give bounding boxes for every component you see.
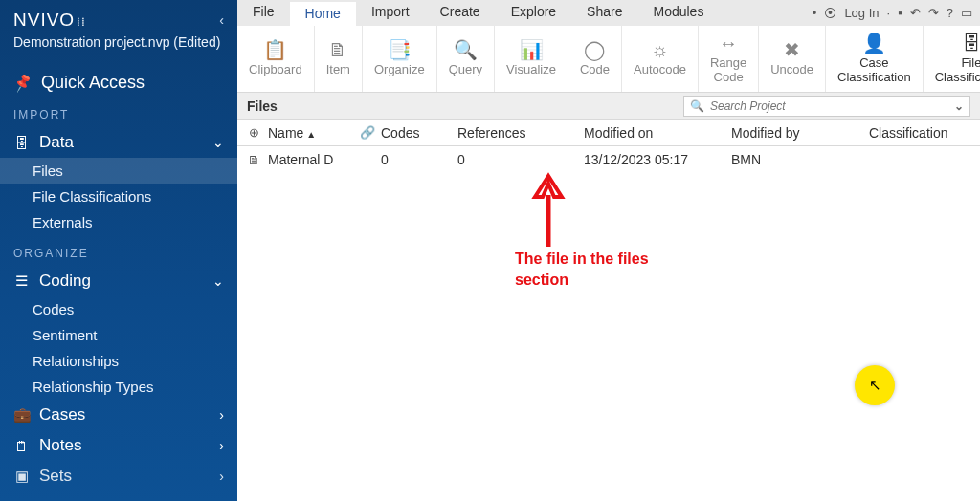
table-row[interactable]: 🗎 Maternal D 0 0 13/12/2023 05:17 BMN (237, 146, 980, 173)
chevron-down-icon: ⌄ (212, 135, 224, 150)
sidebar-item-relationships[interactable]: Relationships (0, 348, 237, 374)
case-classification-icon: 👤 (862, 32, 886, 54)
ribbon-organize[interactable]: 📑Organize (363, 26, 437, 92)
redo-icon[interactable]: ↷ (928, 6, 939, 20)
tab-import[interactable]: Import (356, 0, 425, 26)
ribbon-autocode[interactable]: ☼Autocode (622, 26, 699, 92)
file-classification-icon: 🗄 (962, 32, 980, 54)
collapse-sidebar-icon[interactable]: ‹ (219, 12, 224, 28)
uncode-icon: ✖ (784, 38, 800, 61)
sidebar: NVIVO⁞⁞ ‹ Demonstration project.nvp (Edi… (0, 0, 237, 501)
sidebar-item-codes[interactable]: Codes (0, 296, 237, 322)
cursor-highlight: ↖ (855, 365, 895, 405)
col-header-name[interactable]: Name▲ (264, 125, 356, 141)
search-options-icon[interactable]: ⌄ (954, 99, 964, 113)
quick-access-button[interactable]: 📌 Quick Access (0, 63, 237, 108)
col-header-codes[interactable]: Codes (377, 125, 454, 141)
range-code-icon: ↔ (719, 32, 738, 54)
visualize-icon: 📊 (520, 38, 544, 61)
cell-codes: 0 (377, 152, 454, 167)
ribbon-range-code[interactable]: ↔Range Code (699, 26, 759, 92)
tab-create[interactable]: Create (425, 0, 496, 26)
cursor-icon: ↖ (869, 377, 881, 394)
cloud-icon[interactable]: • (813, 6, 817, 20)
tab-modules[interactable]: Modules (637, 0, 719, 26)
sidebar-item-relationship-types[interactable]: Relationship Types (0, 374, 237, 400)
tab-file[interactable]: File (237, 0, 290, 26)
section-caption-import: IMPORT (0, 108, 237, 127)
brand-suffix-icon: ⁞⁞ (77, 15, 86, 29)
tab-home[interactable]: Home (290, 0, 356, 26)
section-caption-organize: ORGANIZE (0, 247, 237, 266)
col-header-modified-by[interactable]: Modified by (727, 125, 865, 141)
nav-group-data[interactable]: 🗄Data ⌄ (0, 127, 237, 158)
sort-asc-icon: ▲ (306, 129, 316, 140)
nav-group-data-label: Data (39, 133, 74, 152)
cell-references: 0 (454, 152, 580, 167)
chevron-right-icon: › (219, 438, 224, 453)
file-icon: 🗎 (243, 153, 264, 167)
chevron-right-icon: › (219, 468, 224, 484)
pin-icon: 📌 (11, 72, 33, 93)
nav-group-notes[interactable]: 🗒Notes › (0, 430, 237, 461)
ribbon-uncode[interactable]: ✖Uncode (759, 26, 826, 92)
brand-text: NVIVO (13, 10, 75, 30)
notes-icon: 🗒 (13, 438, 30, 454)
item-icon: 🗎 (328, 38, 347, 61)
save-icon[interactable]: ▪ (898, 6, 902, 20)
nav-group-sets[interactable]: ▣Sets › (0, 461, 237, 491)
sidebar-item-files[interactable]: Files (0, 158, 237, 184)
search-icon: 🔍 (690, 99, 704, 113)
code-icon: ◯ (584, 38, 605, 61)
user-icon[interactable]: ⦿ (824, 6, 836, 20)
chevron-right-icon: › (219, 407, 224, 423)
tab-share[interactable]: Share (571, 0, 637, 26)
clipboard-icon: 📋 (263, 38, 287, 61)
ribbon-item[interactable]: 🗎Item (315, 26, 363, 92)
separator-icon: · (887, 6, 891, 20)
list-icon: ☰ (13, 272, 30, 290)
nav-group-coding-label: Coding (39, 272, 91, 291)
nav-group-cases-label: Cases (39, 405, 85, 425)
login-button[interactable]: Log In (844, 6, 879, 20)
col-header-classification[interactable]: Classification (865, 125, 980, 141)
ribbon-visualize[interactable]: 📊Visualize (495, 26, 568, 92)
nav-group-notes-label: Notes (39, 436, 81, 455)
col-header-modified-on[interactable]: Modified on (580, 125, 727, 141)
search-box[interactable]: 🔍 ⌄ (683, 96, 970, 117)
briefcase-icon: 💼 (13, 406, 30, 424)
undo-icon[interactable]: ↶ (910, 6, 921, 20)
ribbon-toolbar: 📋Clipboard 🗎Item 📑Organize 🔍Query 📊Visua… (237, 26, 980, 93)
sidebar-item-file-classifications[interactable]: File Classifications (0, 184, 237, 209)
autocode-icon: ☼ (651, 38, 668, 61)
sidebar-item-sentiment[interactable]: Sentiment (0, 322, 237, 348)
ribbon-clipboard[interactable]: 📋Clipboard (237, 26, 315, 92)
menu-tab-bar: File Home Import Create Explore Share Mo… (237, 0, 980, 26)
annotation-text: The file in the files section (515, 249, 649, 292)
panel-title: Files (247, 98, 278, 114)
nav-group-sets-label: Sets (39, 467, 72, 486)
search-input[interactable] (710, 99, 954, 113)
organize-icon: 📑 (388, 38, 412, 61)
cell-modified-on: 13/12/2023 05:17 (580, 152, 727, 167)
ribbon-case-classification[interactable]: 👤Case Classification (826, 26, 924, 92)
query-icon: 🔍 (454, 38, 478, 61)
ribbon-query[interactable]: 🔍Query (437, 26, 495, 92)
ribbon-file-classification[interactable]: 🗄File Classification (924, 26, 980, 92)
col-header-references[interactable]: References (454, 125, 580, 141)
link-icon[interactable]: 🔗 (356, 125, 377, 140)
cell-modified-by: BMN (727, 152, 865, 167)
nav-group-coding[interactable]: ☰Coding ⌄ (0, 266, 237, 296)
expand-all-icon[interactable]: ⊕ (243, 125, 264, 140)
maximize-icon[interactable]: ▭ (961, 6, 972, 20)
sidebar-item-externals[interactable]: Externals (0, 209, 237, 235)
help-icon[interactable]: ? (947, 6, 953, 20)
table-header: ⊕ Name▲ 🔗 Codes References Modified on M… (237, 120, 980, 146)
app-brand: NVIVO⁞⁞ (13, 10, 86, 31)
ribbon-code[interactable]: ◯Code (568, 26, 622, 92)
quick-access-label: Quick Access (41, 73, 145, 93)
cell-name: Maternal D (264, 152, 356, 167)
nav-group-cases[interactable]: 💼Cases › (0, 400, 237, 430)
tab-explore[interactable]: Explore (496, 0, 571, 26)
title-bar-icons: • ⦿ Log In · ▪ ↶ ↷ ? ▭ (813, 0, 980, 26)
